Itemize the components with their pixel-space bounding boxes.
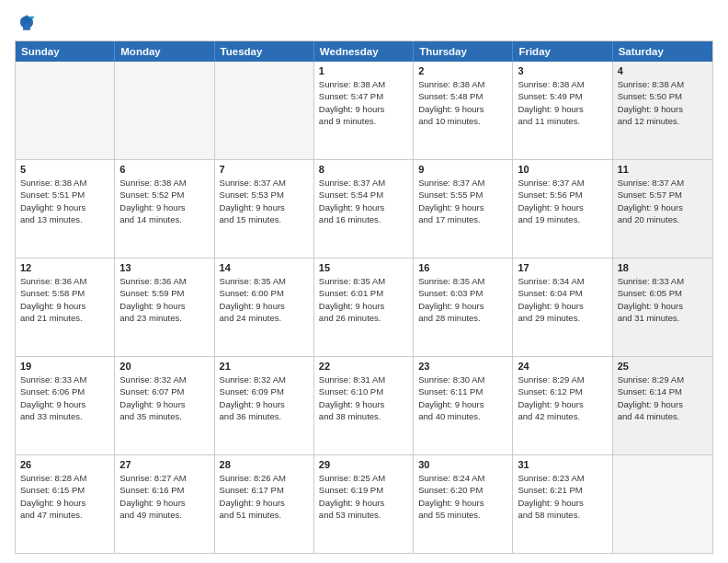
cell-line: Sunset: 5:56 PM (518, 189, 607, 201)
calendar-cell: 30Sunrise: 8:24 AMSunset: 6:20 PMDayligh… (414, 455, 513, 553)
cell-line: Daylight: 9 hours (618, 103, 708, 115)
cell-line: Sunset: 6:20 PM (418, 484, 507, 496)
day-number: 25 (618, 361, 708, 372)
cell-line: Sunset: 6:16 PM (119, 484, 209, 496)
calendar-cell: 4Sunrise: 8:38 AMSunset: 5:50 PMDaylight… (613, 62, 712, 159)
cell-line: and 9 minutes. (319, 115, 408, 127)
cell-line: Sunset: 6:04 PM (518, 287, 607, 299)
cell-line: Daylight: 9 hours (418, 300, 507, 312)
calendar-cell (16, 62, 115, 159)
cell-line: and 13 minutes. (20, 213, 109, 225)
cell-line: Sunrise: 8:24 AM (418, 472, 507, 484)
cell-line: Sunset: 6:15 PM (20, 484, 109, 496)
calendar-cell: 28Sunrise: 8:26 AMSunset: 6:17 PMDayligh… (215, 455, 314, 553)
cell-line: and 58 minutes. (518, 509, 607, 521)
cell-line: Sunrise: 8:30 AM (418, 373, 507, 385)
cell-line: Daylight: 9 hours (20, 398, 109, 410)
cell-line: Sunrise: 8:28 AM (20, 472, 109, 484)
day-number: 28 (220, 459, 309, 470)
cell-line: Daylight: 9 hours (220, 201, 309, 213)
cell-line: Daylight: 9 hours (119, 497, 209, 509)
cell-line: Daylight: 9 hours (20, 300, 109, 312)
weekday-header: Sunday (16, 41, 115, 62)
cell-line: and 15 minutes. (220, 213, 309, 225)
cell-line: and 33 minutes. (20, 410, 109, 422)
calendar-header: SundayMondayTuesdayWednesdayThursdayFrid… (16, 41, 712, 62)
calendar-cell: 1Sunrise: 8:38 AMSunset: 5:47 PMDaylight… (314, 62, 414, 159)
cell-line: Daylight: 9 hours (319, 300, 408, 312)
day-number: 7 (220, 164, 309, 175)
cell-line: Sunset: 5:59 PM (119, 287, 209, 299)
cell-line: and 24 minutes. (220, 312, 309, 324)
calendar-cell: 26Sunrise: 8:28 AMSunset: 6:15 PMDayligh… (16, 455, 115, 553)
cell-line: Sunset: 5:58 PM (20, 287, 109, 299)
cell-line: Daylight: 9 hours (220, 398, 309, 410)
cell-line: and 55 minutes. (418, 509, 507, 521)
day-number: 24 (518, 361, 607, 372)
calendar-cell: 16Sunrise: 8:35 AMSunset: 6:03 PMDayligh… (414, 259, 513, 356)
cell-line: and 35 minutes. (119, 410, 209, 422)
cell-line: and 20 minutes. (618, 213, 708, 225)
cell-line: Daylight: 9 hours (20, 201, 109, 213)
cell-line: Daylight: 9 hours (618, 398, 708, 410)
cell-line: Sunrise: 8:32 AM (119, 373, 209, 385)
day-number: 1 (319, 65, 408, 76)
cell-line: Daylight: 9 hours (220, 497, 309, 509)
cell-line: Sunset: 6:17 PM (220, 484, 309, 496)
logo-icon (17, 13, 37, 33)
calendar-cell: 2Sunrise: 8:38 AMSunset: 5:48 PMDaylight… (414, 62, 513, 159)
cell-line: Daylight: 9 hours (518, 201, 607, 213)
cell-line: Daylight: 9 hours (20, 497, 109, 509)
cell-line: and 38 minutes. (319, 410, 408, 422)
cell-line: Sunset: 6:07 PM (119, 385, 209, 397)
cell-line: Sunset: 5:55 PM (418, 189, 507, 201)
cell-line: Sunrise: 8:23 AM (518, 472, 607, 484)
cell-line: Sunrise: 8:35 AM (319, 275, 408, 287)
cell-line: and 17 minutes. (418, 213, 507, 225)
cell-line: Sunrise: 8:31 AM (319, 373, 408, 385)
cell-line: Sunrise: 8:37 AM (518, 177, 607, 189)
calendar-cell: 14Sunrise: 8:35 AMSunset: 6:00 PMDayligh… (215, 259, 314, 356)
cell-line: and 12 minutes. (618, 115, 708, 127)
day-number: 11 (618, 164, 708, 175)
calendar-cell: 11Sunrise: 8:37 AMSunset: 5:57 PMDayligh… (613, 160, 712, 258)
calendar-cell: 15Sunrise: 8:35 AMSunset: 6:01 PMDayligh… (314, 259, 414, 356)
cell-line: Daylight: 9 hours (319, 201, 408, 213)
calendar-cell: 9Sunrise: 8:37 AMSunset: 5:55 PMDaylight… (414, 160, 513, 258)
calendar-row: 26Sunrise: 8:28 AMSunset: 6:15 PMDayligh… (16, 454, 712, 553)
cell-line: Daylight: 9 hours (618, 300, 708, 312)
cell-line: Sunset: 6:14 PM (618, 385, 708, 397)
cell-line: Sunrise: 8:38 AM (518, 78, 607, 90)
cell-line: and 21 minutes. (20, 312, 109, 324)
cell-line: Sunrise: 8:38 AM (119, 177, 209, 189)
cell-line: Sunrise: 8:38 AM (418, 78, 507, 90)
calendar-cell: 6Sunrise: 8:38 AMSunset: 5:52 PMDaylight… (115, 160, 214, 258)
cell-line: and 26 minutes. (319, 312, 408, 324)
cell-line: Sunrise: 8:25 AM (319, 472, 408, 484)
calendar-cell: 8Sunrise: 8:37 AMSunset: 5:54 PMDaylight… (314, 160, 414, 258)
calendar-row: 19Sunrise: 8:33 AMSunset: 6:06 PMDayligh… (16, 356, 712, 454)
cell-line: Sunset: 6:19 PM (319, 484, 408, 496)
cell-line: Sunrise: 8:33 AM (20, 373, 109, 385)
cell-line: Daylight: 9 hours (319, 497, 408, 509)
calendar-cell (613, 455, 712, 553)
cell-line: Sunset: 6:12 PM (518, 385, 607, 397)
calendar-cell: 29Sunrise: 8:25 AMSunset: 6:19 PMDayligh… (314, 455, 414, 553)
calendar-row: 12Sunrise: 8:36 AMSunset: 5:58 PMDayligh… (16, 258, 712, 356)
calendar-cell: 23Sunrise: 8:30 AMSunset: 6:11 PMDayligh… (414, 357, 513, 454)
cell-line: Sunrise: 8:38 AM (319, 78, 408, 90)
cell-line: Sunrise: 8:37 AM (319, 177, 408, 189)
calendar-cell (215, 62, 314, 159)
page: SundayMondayTuesdayWednesdayThursdayFrid… (0, 0, 728, 563)
cell-line: and 44 minutes. (618, 410, 708, 422)
day-number: 13 (119, 262, 209, 273)
day-number: 23 (418, 361, 507, 372)
cell-line: Sunrise: 8:26 AM (220, 472, 309, 484)
weekday-header: Friday (513, 41, 612, 62)
calendar-cell: 22Sunrise: 8:31 AMSunset: 6:10 PMDayligh… (314, 357, 414, 454)
weekday-header: Wednesday (314, 41, 414, 62)
calendar-cell: 19Sunrise: 8:33 AMSunset: 6:06 PMDayligh… (16, 357, 115, 454)
cell-line: and 53 minutes. (319, 509, 408, 521)
cell-line: Sunrise: 8:33 AM (618, 275, 708, 287)
cell-line: Daylight: 9 hours (618, 201, 708, 213)
